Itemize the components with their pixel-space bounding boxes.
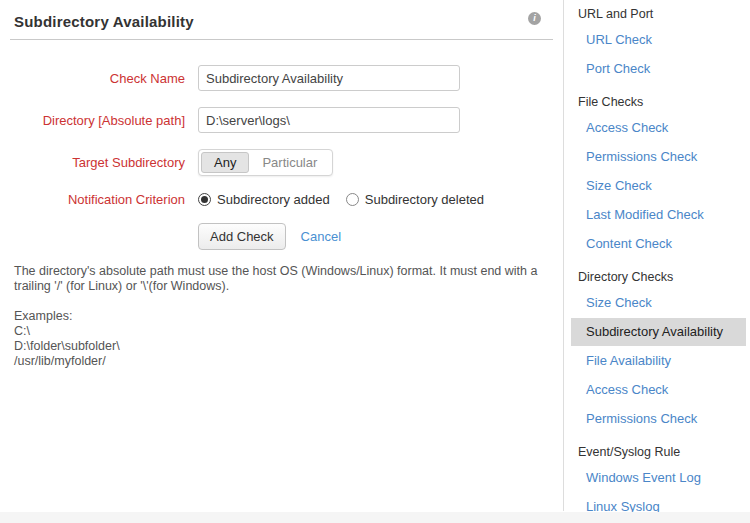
- page-title: Subdirectory Availability: [14, 13, 194, 30]
- form-actions: Add Check Cancel: [198, 223, 563, 250]
- example-path: D:\folder\subfolder\: [14, 339, 555, 354]
- sidebar-section-directory-checks: Directory Checks Size Check Subdirectory…: [564, 265, 750, 433]
- sidebar-section-title: URL and Port: [564, 2, 750, 26]
- sidebar-nav: URL and Port URL Check Port Check File C…: [563, 0, 750, 511]
- form-row-notification-criterion: Notification Criterion Subdirectory adde…: [10, 192, 563, 207]
- help-paragraph: The directory's absolute path must use t…: [14, 264, 555, 294]
- help-text: The directory's absolute path must use t…: [10, 264, 555, 369]
- sidebar-item-file-access-check[interactable]: Access Check: [571, 114, 746, 142]
- main-panel: Subdirectory Availability i Check Name D…: [0, 0, 563, 512]
- toggle-option-any[interactable]: Any: [201, 152, 249, 173]
- form-row-target-subdirectory: Target Subdirectory Any Particular: [10, 149, 563, 176]
- examples-title: Examples:: [14, 309, 555, 324]
- example-path: C:\: [14, 324, 555, 339]
- radio-subdirectory-deleted-label: Subdirectory deleted: [365, 192, 484, 207]
- target-subdirectory-label: Target Subdirectory: [10, 155, 185, 170]
- target-subdirectory-toggle: Any Particular: [198, 149, 333, 176]
- bottom-edge-band: [0, 512, 750, 523]
- form-row-directory: Directory [Absolute path]: [10, 107, 563, 133]
- sidebar-item-directory-permissions-check[interactable]: Permissions Check: [571, 405, 746, 433]
- radio-subdirectory-added-label: Subdirectory added: [217, 192, 330, 207]
- sidebar-item-subdirectory-availability[interactable]: Subdirectory Availability: [571, 318, 746, 346]
- check-name-label: Check Name: [10, 71, 185, 86]
- sidebar-section-event-syslog-rule: Event/Syslog Rule Windows Event Log Linu…: [564, 440, 750, 521]
- directory-path-input[interactable]: [198, 107, 460, 133]
- directory-path-label: Directory [Absolute path]: [10, 113, 185, 128]
- sidebar-item-directory-size-check[interactable]: Size Check: [571, 289, 746, 317]
- radio-selected-icon: [198, 193, 211, 206]
- cancel-link[interactable]: Cancel: [301, 229, 341, 244]
- sidebar-item-port-check[interactable]: Port Check: [571, 55, 746, 83]
- app-window: Subdirectory Availability i Check Name D…: [0, 0, 750, 512]
- info-icon[interactable]: i: [528, 12, 541, 25]
- sidebar-section-title: Directory Checks: [564, 265, 750, 289]
- sidebar-section-url-and-port: URL and Port URL Check Port Check: [564, 2, 750, 83]
- sidebar-item-file-availability[interactable]: File Availability: [571, 347, 746, 375]
- sidebar-item-last-modified-check[interactable]: Last Modified Check: [571, 201, 746, 229]
- panel-header: Subdirectory Availability i: [10, 10, 553, 40]
- add-check-button[interactable]: Add Check: [198, 223, 286, 250]
- sidebar-section-title: Event/Syslog Rule: [564, 440, 750, 464]
- sidebar-item-file-size-check[interactable]: Size Check: [571, 172, 746, 200]
- sidebar-item-windows-event-log[interactable]: Windows Event Log: [571, 464, 746, 492]
- check-form: Check Name Directory [Absolute path] Tar…: [10, 40, 563, 250]
- radio-subdirectory-deleted[interactable]: Subdirectory deleted: [346, 192, 484, 207]
- sidebar-item-file-permissions-check[interactable]: Permissions Check: [571, 143, 746, 171]
- sidebar-item-content-check[interactable]: Content Check: [571, 230, 746, 258]
- notification-criterion-radios: Subdirectory added Subdirectory deleted: [198, 192, 484, 207]
- sidebar-section-file-checks: File Checks Access Check Permissions Che…: [564, 90, 750, 258]
- sidebar-item-url-check[interactable]: URL Check: [571, 26, 746, 54]
- example-path: /usr/lib/myfolder/: [14, 354, 555, 369]
- toggle-option-particular[interactable]: Particular: [249, 152, 330, 173]
- check-name-input[interactable]: [198, 65, 460, 91]
- radio-subdirectory-added[interactable]: Subdirectory added: [198, 192, 330, 207]
- notification-criterion-label: Notification Criterion: [10, 192, 185, 207]
- form-row-check-name: Check Name: [10, 65, 563, 91]
- sidebar-item-directory-access-check[interactable]: Access Check: [571, 376, 746, 404]
- sidebar-section-title: File Checks: [564, 90, 750, 114]
- radio-unselected-icon: [346, 193, 359, 206]
